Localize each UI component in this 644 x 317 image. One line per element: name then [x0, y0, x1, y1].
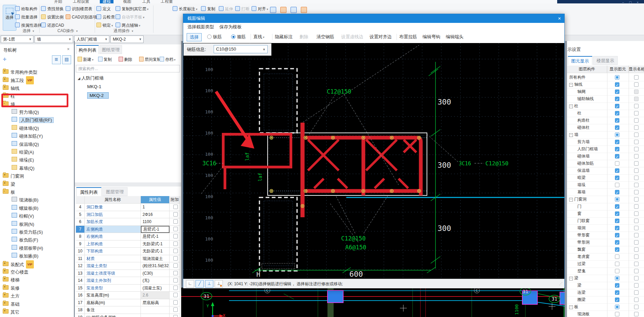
sidebar-item-剪力墙(Q)[interactable]: 剪力墙(Q) [12, 108, 74, 116]
show-element-checkbox[interactable] [615, 133, 619, 137]
show-name-checkbox[interactable] [634, 161, 639, 166]
ribbon-item-拾取构件[interactable]: 拾取构件 [15, 5, 38, 12]
property-value[interactable]: 悬臂式-1 [141, 226, 170, 233]
property-value[interactable] [141, 306, 170, 314]
resize-grip[interactable]: ⋰ [559, 282, 563, 286]
list-view-button[interactable]: ≣ [52, 55, 61, 64]
tab-图纸管理[interactable]: 图纸管理 [99, 45, 122, 54]
property-name[interactable]: 上部构造 [85, 240, 141, 248]
dialog-tool-直线[interactable]: 直线▾ [253, 33, 265, 41]
extra-checkbox[interactable] [173, 205, 178, 209]
grid-icon[interactable] [301, 7, 307, 13]
toolbar-层间复制[interactable]: 层间复制 [139, 56, 161, 63]
property-name[interactable]: +钢筋业务属性 [85, 314, 141, 317]
sidebar-item-装修[interactable]: +装修 [3, 284, 74, 292]
ribbon-item-CAD识别选项[interactable]: CAD识别选项 [66, 14, 97, 20]
tab-属性列表[interactable]: 属性列表 [76, 187, 102, 196]
show-element-checkbox[interactable] [615, 104, 619, 108]
collapse-icon[interactable]: − [569, 305, 573, 309]
property-value[interactable]: 2.6 [141, 292, 170, 299]
ribbon-item-复制[interactable]: 复制 [201, 5, 215, 12]
show-name-checkbox[interactable] [634, 226, 639, 230]
show-name-checkbox[interactable] [634, 140, 639, 144]
show-element-checkbox[interactable] [615, 283, 619, 288]
show-name-checkbox[interactable] [634, 197, 639, 202]
show-element-checkbox[interactable] [615, 219, 619, 223]
property-name[interactable]: 右侧构造 [85, 233, 141, 240]
toolbar-新建[interactable]: 新建▾ [78, 56, 94, 63]
show-element-checkbox[interactable] [615, 290, 619, 295]
show-element-checkbox[interactable] [615, 204, 619, 209]
sidebar-item-板[interactable]: -板 [3, 188, 74, 196]
show-element-checkbox[interactable] [615, 111, 619, 115]
extra-checkbox[interactable] [173, 227, 178, 231]
ribbon-item-锁定[interactable]: 锁定▾ [96, 22, 113, 29]
sidebar-item-板加腋(B)[interactable]: 板加腋(B) [12, 252, 74, 260]
sidebar-item-幕墙(Q)[interactable]: 幕墙(Q) [12, 164, 74, 172]
extra-checkbox[interactable] [173, 234, 178, 238]
arc-icon[interactable] [291, 7, 297, 13]
sidebar-item-楼层板带(H)[interactable]: 楼层板带(H) [12, 244, 74, 252]
collapse-icon[interactable]: − [569, 133, 573, 137]
show-name-checkbox[interactable] [634, 104, 639, 108]
show-name-checkbox[interactable] [634, 283, 639, 288]
show-name-checkbox[interactable] [634, 176, 639, 180]
sidebar-item-楼梯[interactable]: +楼梯 [3, 276, 74, 284]
menu-save-as-template[interactable]: 保存为模板 [219, 24, 242, 29]
sidebar-item-墙垛(E)[interactable]: 墙垛(E) [12, 156, 74, 164]
extra-checkbox[interactable] [173, 278, 178, 282]
property-value[interactable]: 1 [141, 204, 170, 211]
ribbon-group-通用操作[interactable]: 通用操作 ▾ [113, 28, 133, 34]
sidebar-item-板受力筋(S)[interactable]: 板受力筋(S) [12, 228, 74, 236]
show-element-checkbox[interactable] [615, 168, 619, 173]
show-name-checkbox[interactable] [634, 247, 639, 252]
tab-图元显示[interactable]: 图元显示 [568, 56, 592, 65]
property-value[interactable]: (混凝土泵) [141, 285, 170, 292]
property-name[interactable]: 混凝土类型 [85, 262, 141, 270]
ribbon-item-按属性选择[interactable]: 按属性选择 [15, 22, 42, 29]
ribbon-item-查找替换[interactable]: 查找替换 [41, 5, 64, 12]
dialog-tool-箍筋[interactable]: 箍筋 [231, 33, 246, 41]
property-name[interactable]: 材质 [85, 255, 141, 263]
dialog-tool-隐藏标注[interactable]: 隐藏标注 [275, 33, 293, 41]
show-element-checkbox[interactable] [615, 233, 619, 237]
search-input[interactable]: 搜索构件... [76, 65, 180, 72]
property-value[interactable]: 现浇混凝土 [141, 255, 170, 263]
ribbon-item-对齐[interactable]: 对齐▾ [252, 5, 268, 12]
extra-checkbox[interactable] [173, 256, 178, 261]
list-item-MKQ-1[interactable]: MKQ-1 [87, 84, 101, 89]
property-name[interactable]: 左侧构造 [85, 226, 141, 233]
extra-checkbox[interactable] [173, 212, 178, 217]
show-element-checkbox[interactable] [615, 161, 619, 166]
show-name-checkbox[interactable] [634, 125, 639, 130]
dialog-tool-布置拉筋[interactable]: 布置拉筋 [399, 33, 417, 41]
show-element-checkbox[interactable] [615, 183, 619, 187]
extra-checkbox[interactable] [173, 271, 178, 275]
show-name-checkbox[interactable] [634, 118, 639, 123]
property-name[interactable]: 底标高(m) [85, 299, 141, 307]
sidebar-item-基础[interactable]: +基础 [3, 300, 74, 308]
show-name-checkbox[interactable] [634, 211, 639, 216]
show-element-checkbox[interactable] [615, 262, 619, 266]
sidebar-item-螺旋板(B)[interactable]: 螺旋板(B) [12, 204, 74, 212]
dialog-tool-编辑弯钩[interactable]: 编辑弯钩 [422, 33, 440, 41]
property-value[interactable]: (C30) [141, 270, 170, 277]
selector-人防门框墙[interactable]: 人防门框墙▼ [74, 36, 109, 43]
expand-icon[interactable]: + [86, 316, 90, 317]
property-name[interactable]: 备注 [85, 306, 141, 314]
extra-checkbox[interactable] [173, 300, 178, 305]
property-name[interactable]: 下部构造 [85, 248, 141, 255]
tab-楼层显示[interactable]: 楼层显示 [593, 56, 618, 65]
ribbon-item-还原CAD[interactable]: 还原CAD [41, 22, 64, 29]
ribbon-item-批量选择[interactable]: 批量选择 [15, 14, 38, 20]
show-element-checkbox[interactable] [615, 140, 619, 144]
collapse-icon[interactable]: − [569, 277, 573, 280]
show-name-checkbox[interactable] [634, 276, 639, 280]
show-element-checkbox[interactable] [615, 211, 619, 216]
show-name-checkbox[interactable] [634, 254, 639, 259]
sidebar-item-板负筋(F)[interactable]: 板负筋(F) [12, 236, 74, 244]
ribbon-item-两点辅轴[interactable]: 两点辅轴▾ [116, 22, 140, 29]
ribbon-item-复制到其它层[interactable]: 复制到其它层▾ [116, 5, 149, 12]
section-cad-canvas[interactable]: 1001001001001001001001001001003003003006… [183, 43, 564, 279]
selector-第-1层[interactable]: 第-1层▼ [1, 36, 33, 43]
